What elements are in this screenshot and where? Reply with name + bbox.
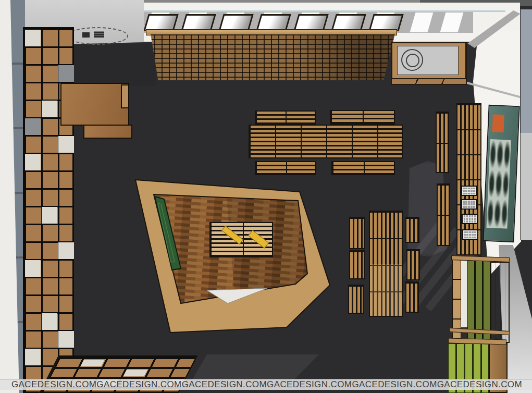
wire-basket (462, 214, 478, 224)
bench-right-3 (405, 281, 419, 313)
reception-desk (60, 83, 129, 126)
bench-left-1 (349, 217, 365, 249)
watermark-text: GACEDESIGN.COM (267, 379, 352, 390)
watermark-bar: GACEDESIGN.COM GACEDESIGN.COM GACEDESIGN… (0, 379, 532, 390)
floor-mat (192, 354, 319, 380)
wire-basket (462, 229, 478, 240)
shelf-cube-white (42, 101, 57, 117)
shelf-cube-white (58, 136, 74, 153)
bench-top-left (255, 110, 316, 125)
shelf-cube-white (58, 331, 74, 348)
projector-icon (82, 32, 90, 38)
long-display-table (249, 125, 403, 158)
wire-basket (461, 186, 477, 196)
cabinet-sill (391, 78, 467, 85)
lattice-screen (147, 34, 396, 80)
watermark-text: GACEDESIGN.COM (437, 379, 522, 390)
shelf-cube-white (25, 30, 41, 46)
shelf-cube-gray (25, 118, 41, 135)
shelf-cube-white (25, 154, 41, 170)
shelf-cube-gray (58, 65, 74, 82)
right-strip-blue (520, 9, 532, 133)
wall-bench-upper (436, 112, 449, 173)
poster-photo-grid (486, 139, 511, 229)
bench-top-right (330, 110, 395, 125)
bench-left-2 (349, 250, 365, 279)
shelf-cube-white (42, 207, 57, 224)
poster-orange-logo (492, 114, 504, 132)
right-strip-gray (520, 133, 532, 240)
box-top-white (80, 360, 105, 366)
shelf-cube-white (42, 313, 57, 330)
watermark-text: GACEDESIGN.COM (352, 379, 437, 390)
shelf-cube-white (58, 242, 74, 259)
wall-poster (482, 105, 519, 242)
box-top-white (123, 370, 148, 376)
bench-right-1 (405, 217, 419, 243)
floor-shade-topleft (73, 44, 156, 86)
wire-basket (461, 199, 477, 210)
cubby-shelving (23, 27, 74, 393)
shelf-cube-white (25, 349, 41, 365)
shelf-cube-white (25, 260, 41, 277)
bench-right-2 (406, 249, 420, 280)
locker-open-white (461, 261, 467, 327)
wall-bench-lower (437, 183, 450, 246)
sink-inner-circle-icon (406, 54, 419, 67)
bench-left-3 (348, 285, 364, 314)
tall-center-table-light (370, 264, 402, 316)
watermark-text: GACEDESIGN.COM (11, 379, 96, 390)
stage-platform (122, 172, 341, 344)
vent-icon (94, 31, 104, 38)
interior-render-top-view: GACEDESIGN.COM GACEDESIGN.COM GACEDESIGN… (0, 0, 532, 393)
watermark-text: GACEDESIGN.COM (182, 379, 267, 390)
reception-desk-extension (83, 125, 132, 139)
reception-desk-step (121, 84, 129, 108)
watermark-text: GACEDESIGN.COM (96, 379, 181, 390)
